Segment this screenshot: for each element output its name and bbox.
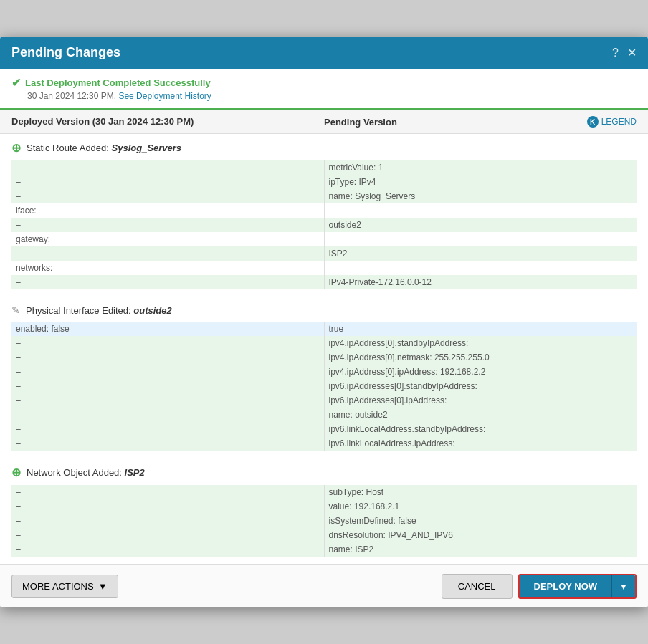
static-route-table: – metricValue: 1 – ipType: IPv4 – name: …	[11, 160, 637, 289]
legend-button[interactable]: K LEGEND	[587, 116, 637, 128]
table-row: iface:	[11, 203, 637, 218]
success-check-icon: ✔	[11, 76, 21, 90]
help-icon[interactable]: ?	[612, 47, 619, 59]
deployed-version-header: Deployed Version (30 Jan 2024 12:30 PM)	[11, 116, 324, 128]
modal-footer: MORE ACTIONS ▼ CANCEL DEPLOY NOW ▼	[0, 564, 648, 607]
deploy-now-button[interactable]: DEPLOY NOW	[520, 575, 612, 597]
table-row: – ipv4.ipAddress[0].netmask: 255.255.255…	[11, 350, 637, 365]
add-icon: ⊕	[11, 141, 21, 155]
physical-interface-table: enabled: false true – ipv4.ipAddress[0].…	[11, 322, 637, 451]
table-row: – metricValue: 1	[11, 160, 637, 175]
table-row: – subType: Host	[11, 485, 637, 499]
more-actions-button[interactable]: MORE ACTIONS ▼	[11, 575, 118, 598]
table-row: – name: ISP2	[11, 542, 637, 557]
cancel-button[interactable]: CANCEL	[442, 574, 513, 599]
table-row: – name: Syslog_Servers	[11, 189, 637, 203]
table-row: – ipType: IPv4	[11, 175, 637, 189]
table-row: – ipv4.ipAddress[0].ipAddress: 192.168.2…	[11, 365, 637, 379]
physical-interface-label: Physical Interface Edited: outside2	[26, 305, 172, 316]
content-area: ⊕ Static Route Added: Syslog_Servers – m…	[0, 134, 648, 564]
static-route-title: ⊕ Static Route Added: Syslog_Servers	[11, 141, 637, 155]
network-object-table: – subType: Host – value: 192.168.2.1 – i…	[11, 485, 637, 557]
table-row: – ipv4.ipAddress[0].standbyIpAddress:	[11, 336, 637, 350]
table-row: – ipv6.linkLocalAddress.standbyIpAddress…	[11, 422, 637, 436]
edit-icon: ✎	[11, 304, 20, 316]
table-row: – name: outside2	[11, 408, 637, 422]
physical-interface-title: ✎ Physical Interface Edited: outside2	[11, 304, 637, 316]
add-icon-2: ⊕	[11, 466, 21, 479]
network-object-label: Network Object Added: ISP2	[27, 467, 145, 478]
legend-label: LEGEND	[601, 117, 637, 127]
table-row: – value: 192.168.2.1	[11, 499, 637, 514]
table-row: networks:	[11, 261, 637, 275]
modal-header: Pending Changes ? ✕	[0, 37, 648, 69]
network-object-title: ⊕ Network Object Added: ISP2	[11, 466, 637, 479]
table-row: – IPv4-Private-172.16.0.0-12	[11, 275, 637, 289]
static-route-label: Static Route Added: Syslog_Servers	[27, 143, 181, 153]
table-row: – ipv6.ipAddresses[0].standbyIpAddress:	[11, 379, 637, 393]
table-header: Deployed Version (30 Jan 2024 12:30 PM) …	[0, 110, 648, 134]
table-row: enabled: false true	[11, 322, 637, 336]
success-date: 30 Jan 2024 12:30 PM.	[27, 91, 116, 101]
close-icon[interactable]: ✕	[627, 46, 637, 59]
table-row: – isSystemDefined: false	[11, 514, 637, 528]
header-icons: ? ✕	[612, 46, 637, 59]
table-row: – outside2	[11, 218, 637, 232]
network-object-section: ⊕ Network Object Added: ISP2 – subType: …	[0, 458, 648, 564]
success-title: ✔ Last Deployment Completed Successfully	[11, 76, 637, 90]
success-title-text: Last Deployment Completed Successfully	[25, 77, 211, 88]
table-row: gateway:	[11, 232, 637, 246]
success-bar: ✔ Last Deployment Completed Successfully…	[0, 69, 648, 110]
table-row: – dnsResolution: IPV4_AND_IPV6	[11, 528, 637, 542]
footer-right-actions: CANCEL DEPLOY NOW ▼	[442, 574, 637, 599]
modal-title: Pending Changes	[11, 45, 120, 60]
table-row: – ipv6.ipAddresses[0].ipAddress:	[11, 393, 637, 408]
table-row: – ipv6.linkLocalAddress.ipAddress:	[11, 436, 637, 451]
legend-icon: K	[587, 116, 599, 128]
static-route-section: ⊕ Static Route Added: Syslog_Servers – m…	[0, 134, 648, 297]
chevron-down-icon: ▼	[98, 581, 108, 592]
success-subtitle: 30 Jan 2024 12:30 PM. See Deployment His…	[11, 91, 637, 101]
table-row: – ISP2	[11, 246, 637, 261]
deploy-chevron-icon: ▼	[619, 582, 628, 592]
deployment-history-link[interactable]: See Deployment History	[118, 91, 211, 101]
physical-interface-section: ✎ Physical Interface Edited: outside2 en…	[0, 297, 648, 458]
more-actions-label: MORE ACTIONS	[22, 581, 94, 592]
pending-changes-modal: Pending Changes ? ✕ ✔ Last Deployment Co…	[0, 37, 648, 607]
deploy-button-group: DEPLOY NOW ▼	[518, 574, 637, 599]
pending-version-header: Pending Version K LEGEND	[324, 116, 637, 128]
deploy-dropdown-button[interactable]: ▼	[611, 575, 635, 597]
